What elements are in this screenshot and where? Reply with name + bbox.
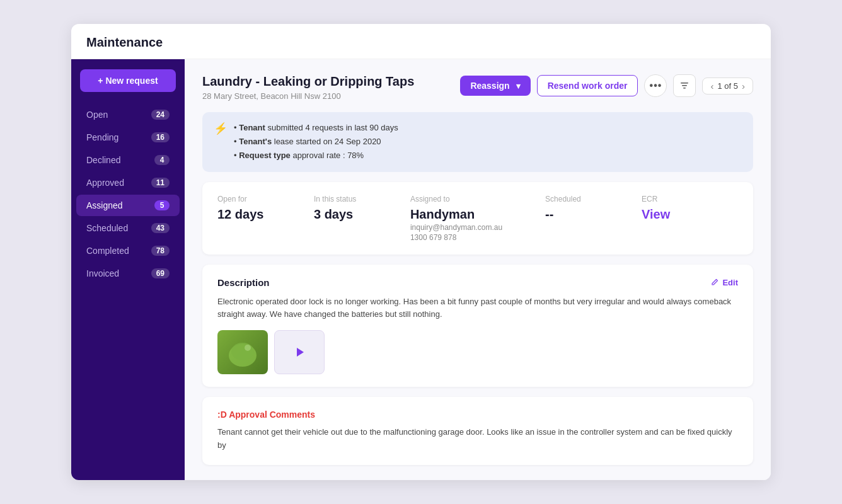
pagination: ‹ 1 of 5 › bbox=[702, 77, 753, 94]
assigned-to-phone: 1300 679 878 bbox=[410, 233, 545, 242]
page-address: 28 Mary Street, Beacon Hill Nsw 2100 bbox=[202, 91, 414, 101]
scheduled-label: Scheduled bbox=[545, 195, 642, 203]
description-card: Description Edit Electronic operated doo… bbox=[202, 265, 753, 387]
page-header-left: Laundry - Leaking or Dripping Taps 28 Ma… bbox=[202, 74, 414, 101]
status-in-status: In this status 3 days bbox=[314, 195, 410, 242]
svg-rect-2 bbox=[683, 88, 686, 89]
status-ecr: ECR View bbox=[642, 195, 738, 242]
in-status-label: In this status bbox=[314, 195, 410, 203]
status-grid: Open for 12 days In this status 3 days A… bbox=[217, 195, 738, 242]
open-for-label: Open for bbox=[217, 195, 314, 203]
info-banner-text: • Tenant submitted 4 requests in last 90… bbox=[234, 121, 398, 163]
edit-icon bbox=[710, 278, 719, 287]
description-header: Description Edit bbox=[217, 277, 738, 288]
lightning-icon: ⚡ bbox=[214, 122, 228, 135]
sidebar-item-invoiced[interactable]: Invoiced 69 bbox=[76, 263, 180, 284]
status-assigned-to: Assigned to Handyman inquiry@handyman.co… bbox=[410, 195, 545, 242]
ecr-label: ECR bbox=[642, 195, 738, 203]
play-icon-svg bbox=[292, 345, 306, 359]
sidebar-badge-pending: 16 bbox=[151, 132, 170, 142]
sidebar-badge-declined: 4 bbox=[154, 155, 170, 165]
open-for-value: 12 days bbox=[217, 207, 314, 222]
sidebar-item-assigned[interactable]: Assigned 5 bbox=[76, 195, 180, 216]
reassign-button[interactable]: Reassign bbox=[460, 76, 530, 96]
sidebar-badge-completed: 78 bbox=[151, 246, 170, 256]
page-header-actions: Reassign Resend work order ••• ‹ bbox=[460, 74, 753, 97]
in-status-value: 3 days bbox=[314, 207, 410, 222]
approval-card: :D Approval Comments Tenant cannot get t… bbox=[202, 397, 753, 465]
pagination-next-button[interactable]: › bbox=[741, 81, 746, 91]
svg-point-4 bbox=[231, 343, 254, 360]
app-title: Maintenance bbox=[86, 35, 163, 49]
sidebar-item-label: Open bbox=[86, 110, 151, 120]
page-main-title: Laundry - Leaking or Dripping Taps bbox=[202, 74, 414, 89]
sidebar-item-label: Approved bbox=[86, 178, 151, 188]
pagination-text: 1 of 5 bbox=[717, 81, 738, 91]
description-media bbox=[217, 330, 738, 374]
filter-button[interactable] bbox=[673, 74, 696, 97]
assigned-to-value: Handyman bbox=[410, 207, 545, 222]
assigned-to-email: inquiry@handyman.com.au bbox=[410, 223, 545, 232]
sidebar-badge-invoiced: 69 bbox=[151, 268, 170, 278]
app-header: Maintenance bbox=[71, 24, 771, 59]
main-content: Laundry - Leaking or Dripping Taps 28 Ma… bbox=[185, 59, 771, 479]
sidebar-item-label: Pending bbox=[86, 132, 151, 142]
scheduled-value: -- bbox=[545, 207, 642, 222]
play-button[interactable] bbox=[291, 343, 308, 361]
info-banner: ⚡ • Tenant submitted 4 requests in last … bbox=[202, 112, 753, 171]
image-icon bbox=[224, 336, 262, 368]
app-body: + New request Open 24 Pending 16 Decline… bbox=[71, 59, 771, 479]
info-line-1: • Tenant submitted 4 requests in last 90… bbox=[234, 121, 398, 135]
sidebar-badge-assigned: 5 bbox=[154, 200, 170, 210]
status-card: Open for 12 days In this status 3 days A… bbox=[202, 182, 753, 255]
sidebar-item-open[interactable]: Open 24 bbox=[76, 104, 180, 125]
sidebar-item-completed[interactable]: Completed 78 bbox=[76, 240, 180, 261]
approval-title: :D Approval Comments bbox=[217, 410, 738, 420]
sidebar-item-approved[interactable]: Approved 11 bbox=[76, 172, 180, 193]
page-header: Laundry - Leaking or Dripping Taps 28 Ma… bbox=[202, 74, 753, 101]
sidebar-item-label: Completed bbox=[86, 246, 151, 256]
sidebar-item-declined[interactable]: Declined 4 bbox=[76, 149, 180, 171]
sidebar-badge-scheduled: 43 bbox=[151, 223, 170, 233]
more-options-button[interactable]: ••• bbox=[644, 74, 667, 97]
info-line-3: • Request type approval rate : 78% bbox=[234, 149, 398, 163]
media-video-thumb[interactable] bbox=[274, 330, 325, 374]
media-image-thumb[interactable] bbox=[217, 330, 268, 374]
svg-point-5 bbox=[245, 345, 251, 351]
svg-rect-1 bbox=[682, 85, 687, 86]
sidebar-badge-open: 24 bbox=[151, 110, 170, 120]
ecr-view-link[interactable]: View bbox=[642, 207, 670, 221]
svg-rect-0 bbox=[681, 83, 688, 84]
sidebar-badge-approved: 11 bbox=[151, 178, 170, 188]
sidebar-item-label: Invoiced bbox=[86, 268, 151, 278]
description-title: Description bbox=[217, 277, 270, 288]
resend-work-order-button[interactable]: Resend work order bbox=[537, 75, 638, 96]
description-body: Electronic operated door lock is no long… bbox=[217, 295, 738, 322]
ellipsis-icon: ••• bbox=[650, 80, 662, 91]
filter-icon bbox=[679, 81, 689, 91]
approval-body: Tenant cannot get their vehicle out due … bbox=[217, 426, 738, 452]
info-line-2: • Tenant's lease started on 24 Sep 2020 bbox=[234, 135, 398, 149]
sidebar-item-scheduled[interactable]: Scheduled 43 bbox=[76, 217, 180, 239]
app-container: Maintenance + New request Open 24 Pendin… bbox=[71, 24, 771, 479]
pagination-prev-button[interactable]: ‹ bbox=[709, 81, 715, 91]
sidebar-item-label: Assigned bbox=[86, 200, 154, 210]
sidebar: + New request Open 24 Pending 16 Decline… bbox=[71, 59, 185, 479]
sidebar-item-label: Scheduled bbox=[86, 223, 151, 233]
status-open-for: Open for 12 days bbox=[217, 195, 314, 242]
status-scheduled: Scheduled -- bbox=[545, 195, 642, 242]
edit-button[interactable]: Edit bbox=[710, 278, 738, 287]
assigned-to-label: Assigned to bbox=[410, 195, 545, 203]
sidebar-item-label: Declined bbox=[86, 155, 154, 165]
new-request-button[interactable]: + New request bbox=[80, 69, 176, 92]
svg-marker-6 bbox=[297, 348, 304, 357]
sidebar-item-pending[interactable]: Pending 16 bbox=[76, 127, 180, 148]
